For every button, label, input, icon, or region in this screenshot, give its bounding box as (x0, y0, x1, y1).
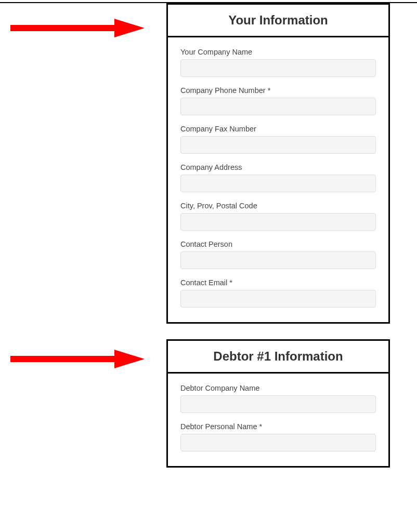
input-contact-email[interactable] (180, 290, 376, 308)
panel-body: Your Company Name Company Phone Number *… (168, 37, 388, 322)
section-row-debtor-information: Debtor #1 Information Debtor Company Nam… (0, 339, 417, 468)
label-city-prov-postal: City, Prov, Postal Code (180, 202, 376, 210)
label-contact-person: Contact Person (180, 240, 376, 248)
label-company-address: Company Address (180, 163, 376, 171)
field-contact-email: Contact Email * (180, 278, 376, 308)
input-company-address[interactable] (180, 175, 376, 192)
label-debtor-company-name: Debtor Company Name (180, 384, 376, 392)
field-company-phone-number: Company Phone Number * (180, 86, 376, 115)
label-company-fax-number: Company Fax Number (180, 125, 376, 133)
label-debtor-personal-name: Debtor Personal Name * (180, 422, 376, 431)
arrow-column (0, 339, 166, 371)
panel-debtor-information: Debtor #1 Information Debtor Company Nam… (166, 339, 390, 468)
panel-header: Debtor #1 Information (168, 341, 388, 374)
panel-title: Debtor #1 Information (173, 349, 383, 364)
label-company-phone-number: Company Phone Number * (180, 86, 376, 95)
input-company-fax-number[interactable] (180, 136, 376, 154)
arrow-column (0, 3, 166, 41)
field-debtor-personal-name: Debtor Personal Name * (180, 422, 376, 451)
input-company-phone-number[interactable] (180, 98, 376, 115)
input-contact-person[interactable] (180, 251, 376, 269)
panel-header: Your Information (168, 5, 388, 37)
input-city-prov-postal[interactable] (180, 213, 376, 231)
label-your-company-name: Your Company Name (180, 48, 376, 56)
field-your-company-name: Your Company Name (180, 48, 376, 77)
panel-your-information: Your Information Your Company Name Compa… (166, 3, 390, 324)
field-contact-person: Contact Person (180, 240, 376, 269)
input-debtor-personal-name[interactable] (180, 434, 376, 451)
panel-title: Your Information (173, 13, 383, 28)
arrow-icon (10, 349, 146, 369)
label-contact-email: Contact Email * (180, 278, 376, 287)
svg-marker-3 (114, 350, 145, 368)
field-company-address: Company Address (180, 163, 376, 192)
svg-marker-1 (114, 19, 145, 37)
field-debtor-company-name: Debtor Company Name (180, 384, 376, 413)
section-row-your-information: Your Information Your Company Name Compa… (0, 3, 417, 324)
arrow-icon (10, 18, 146, 38)
field-company-fax-number: Company Fax Number (180, 125, 376, 154)
input-debtor-company-name[interactable] (180, 395, 376, 413)
input-your-company-name[interactable] (180, 59, 376, 77)
field-city-prov-postal: City, Prov, Postal Code (180, 202, 376, 231)
panel-body: Debtor Company Name Debtor Personal Name… (168, 374, 388, 466)
